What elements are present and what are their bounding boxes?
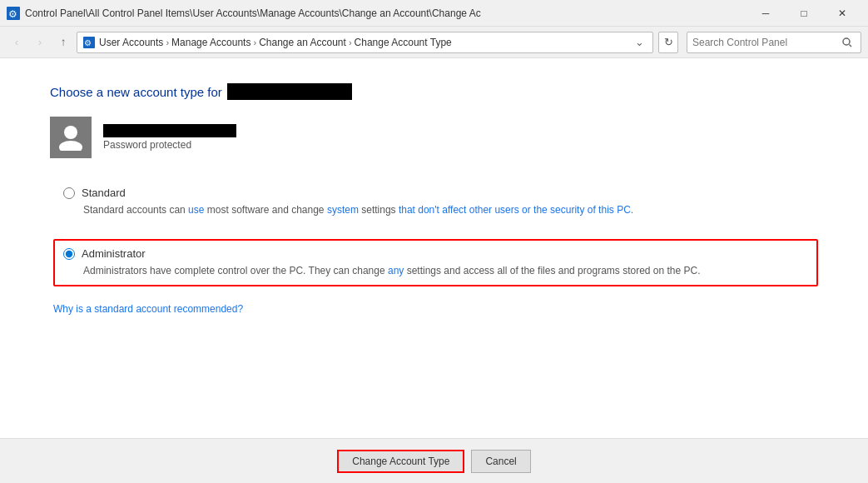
title-bar: ⚙ Control Panel\All Control Panel Items\… xyxy=(0,0,868,27)
refresh-button[interactable]: ↻ xyxy=(658,32,678,53)
cancel-button[interactable]: Cancel xyxy=(471,450,530,473)
app-icon: ⚙ xyxy=(7,7,20,20)
admin-desc-highlight1: any xyxy=(388,265,404,276)
content-area: Choose a new account type for Password p… xyxy=(0,58,868,483)
user-name-redacted xyxy=(103,124,236,137)
standard-desc-highlight2: system xyxy=(327,204,359,216)
options-section: Standard Standard accounts can use most … xyxy=(53,178,818,315)
page-title-text: Choose a new account type for xyxy=(50,85,222,99)
close-button[interactable]: ✕ xyxy=(823,0,861,27)
search-box[interactable] xyxy=(687,32,861,53)
svg-point-7 xyxy=(59,141,82,151)
why-standard-link[interactable]: Why is a standard account recommended? xyxy=(53,303,243,315)
navigation-bar: ‹ › ↑ ⚙ User Accounts › Manage Accounts … xyxy=(0,27,868,58)
breadcrumb: User Accounts › Manage Accounts › Change… xyxy=(99,37,631,48)
breadcrumb-manage-accounts[interactable]: Manage Accounts xyxy=(171,37,250,48)
standard-label[interactable]: Standard xyxy=(82,187,126,199)
back-button[interactable]: ‹ xyxy=(7,32,27,52)
breadcrumb-change-account[interactable]: Change an Account xyxy=(259,37,346,48)
window-controls: ─ □ ✕ xyxy=(746,0,861,27)
administrator-option-header: Administrator xyxy=(63,247,808,260)
forward-button[interactable]: › xyxy=(30,32,50,52)
svg-line-5 xyxy=(850,44,852,47)
administrator-option-block: Administrator Administrators have comple… xyxy=(53,239,818,286)
address-dropdown-button[interactable]: ⌄ xyxy=(631,32,647,52)
standard-desc-highlight1: use xyxy=(188,204,204,216)
breadcrumb-user-accounts[interactable]: User Accounts xyxy=(99,37,163,48)
user-row: Password protected xyxy=(50,117,818,158)
content-wrapper: Choose a new account type for Password p… xyxy=(0,58,868,483)
search-button[interactable] xyxy=(839,34,856,51)
search-input[interactable] xyxy=(692,37,839,48)
administrator-radio[interactable] xyxy=(63,248,75,260)
svg-point-4 xyxy=(843,38,850,45)
page-title: Choose a new account type for xyxy=(50,83,818,100)
standard-option-header: Standard xyxy=(63,187,808,199)
avatar xyxy=(50,117,92,158)
title-bar-text: Control Panel\All Control Panel Items\Us… xyxy=(25,7,746,19)
address-bar[interactable]: ⚙ User Accounts › Manage Accounts › Chan… xyxy=(77,32,653,53)
standard-option-block: Standard Standard accounts can use most … xyxy=(53,178,818,226)
maximize-button[interactable]: □ xyxy=(785,0,823,27)
svg-text:⚙: ⚙ xyxy=(8,8,17,20)
standard-radio[interactable] xyxy=(63,187,75,199)
up-button[interactable]: ↑ xyxy=(53,32,73,52)
standard-description: Standard accounts can use most software … xyxy=(83,202,808,217)
minimize-button[interactable]: ─ xyxy=(746,0,785,27)
svg-text:⚙: ⚙ xyxy=(84,38,92,47)
change-account-type-button[interactable]: Change Account Type xyxy=(337,450,464,473)
bottom-section: Change Account Type Cancel xyxy=(0,438,868,483)
breadcrumb-change-account-type[interactable]: Change Account Type xyxy=(355,37,452,48)
username-redacted xyxy=(227,83,352,100)
administrator-label[interactable]: Administrator xyxy=(82,247,146,260)
address-icon: ⚙ xyxy=(82,36,96,49)
standard-desc-highlight3: that don't affect other users or the sec… xyxy=(399,204,633,216)
administrator-description: Administrators have complete control ove… xyxy=(83,263,808,278)
user-info: Password protected xyxy=(103,124,236,151)
svg-point-6 xyxy=(64,126,77,139)
user-status: Password protected xyxy=(103,139,236,151)
